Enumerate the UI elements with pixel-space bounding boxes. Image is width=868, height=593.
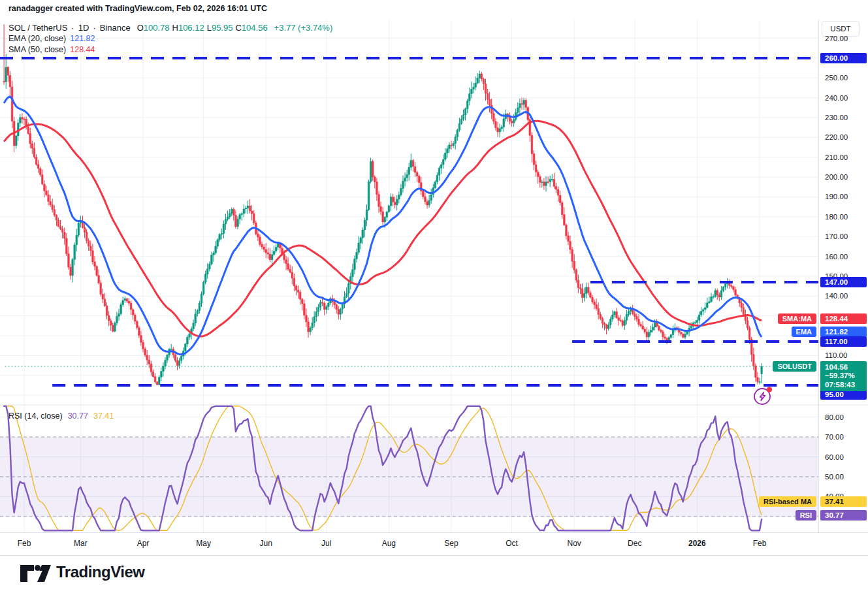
series-label-solusdt[interactable]: SOLUSDT: [773, 361, 816, 372]
ohlc-values: O100.78H106.12L95.95C104.56: [135, 23, 268, 33]
ohlc-value: 106.12: [178, 23, 204, 33]
time-axis-label: Aug: [382, 539, 396, 548]
sma-50-line[interactable]: [4, 121, 762, 336]
price-axis-label: 180.00: [825, 213, 848, 221]
price-axis-label: 220.00: [825, 133, 848, 141]
symbol-legend-row[interactable]: SOL / TetherUS · 1D · Binance O100.78H10…: [8, 22, 332, 33]
time-axis-label: Apr: [137, 539, 150, 548]
rsi-legend[interactable]: RSI (14, close) 30.7737.41: [8, 411, 119, 421]
legend-separator: ·: [71, 23, 74, 33]
flash-events-button[interactable]: [753, 386, 773, 406]
tradingview-logo-text[interactable]: TradingView: [56, 563, 144, 581]
price-axis-label: 60.00: [825, 453, 844, 461]
price-axis[interactable]: USDT 270.00250.00240.00230.00220.00210.0…: [818, 20, 868, 532]
time-axis[interactable]: FebMarAprMayJunJulAugSepOctNovDec2026Feb: [0, 532, 868, 556]
series-label-sma-ma[interactable]: SMA:MA: [778, 313, 816, 324]
indicator-legend-row[interactable]: SMA (50, close)128.44: [8, 44, 332, 55]
price-axis-label: 80.00: [825, 413, 844, 421]
time-axis-label: Feb: [753, 539, 767, 548]
legend-separator: ·: [93, 23, 95, 33]
time-axis-label: Sep: [444, 539, 458, 548]
indicator-label: EMA (20, close): [8, 34, 66, 43]
price-axis-label: 160.00: [825, 253, 848, 261]
series-label-rsi-based-ma[interactable]: RSI-based MA: [759, 496, 816, 507]
time-axis-label: 2026: [688, 539, 706, 548]
indicator-value: 128.44: [70, 45, 95, 54]
price-axis-label: 190.00: [825, 193, 848, 200]
chart-canvas[interactable]: [0, 0, 868, 555]
ohlc-key: H: [172, 23, 178, 33]
time-axis-label: Feb: [18, 539, 31, 548]
ohlc-value: 95.95: [212, 23, 233, 33]
daily-change: +3.77 (+3.74%): [274, 23, 333, 33]
time-axis-label: Dec: [628, 539, 641, 548]
symbol-title[interactable]: SOL / TetherUS: [8, 23, 67, 33]
price-axis-label: 230.00: [825, 114, 848, 121]
symbol-exchange: Binance: [100, 23, 131, 33]
indicator-legend-rows: EMA (20, close)121.82SMA (50, close)128.…: [8, 33, 332, 55]
price-axis-label: 140.00: [825, 292, 848, 300]
price-axis-badge: 37.41: [820, 496, 867, 507]
price-axis-label: 250.00: [825, 74, 848, 82]
price-axis-label: 200.00: [825, 173, 848, 181]
price-axis-label: 110.00: [825, 351, 847, 359]
rsi-legend-value: 30.77: [68, 411, 88, 421]
time-axis-label: Mar: [74, 539, 88, 548]
ohlc-key: C: [235, 23, 241, 33]
current-price-badge: 104.56−59.37%07:58:43: [820, 361, 867, 392]
ohlc-value: 100.78: [144, 23, 170, 33]
time-axis-label: Oct: [506, 539, 518, 548]
time-axis-label: Nov: [568, 539, 581, 548]
ohlc-key: L: [207, 23, 212, 33]
price-axis-badge: 117.00: [820, 336, 867, 347]
ohlc-key: O: [137, 23, 144, 33]
symbol-legend: SOL / TetherUS · 1D · Binance O100.78H10…: [8, 22, 332, 55]
indicator-label: SMA (50, close): [8, 45, 66, 54]
series-label-rsi[interactable]: RSI: [796, 510, 816, 521]
flash-icon: [753, 386, 773, 406]
tradingview-logo-icon: [20, 563, 56, 585]
time-axis-label: May: [196, 539, 211, 548]
price-axis-badge: 121.82: [820, 327, 867, 337]
rsi-legend-value: 37.41: [93, 411, 114, 421]
symbol-interval[interactable]: 1D: [78, 23, 89, 33]
price-axis-badge: 128.44: [820, 313, 867, 324]
indicator-legend-row[interactable]: EMA (20, close)121.82: [8, 33, 332, 44]
price-axis-badge: 30.77: [820, 510, 867, 521]
rsi-legend-label: RSI (14, close): [8, 411, 63, 421]
notification-dot: [767, 387, 772, 393]
price-axis-badge: 260.00: [820, 53, 867, 63]
price-axis-label: 170.00: [825, 232, 848, 240]
series-label-ema[interactable]: EMA: [792, 327, 816, 337]
rsi-legend-values: 30.7737.41: [68, 411, 120, 421]
time-axis-label: Jun: [260, 539, 272, 548]
indicator-value: 121.82: [70, 34, 95, 43]
price-axis-label: 70.00: [825, 433, 844, 441]
tradingview-chart-page: ranadagger created with TradingView.com,…: [0, 0, 868, 593]
footer: TradingView: [0, 555, 868, 593]
price-axis-label: 50.00: [825, 473, 844, 481]
price-axis-label: 240.00: [825, 94, 848, 102]
time-axis-label: Jul: [321, 539, 331, 548]
price-axis-label: 270.00: [825, 35, 848, 42]
price-axis-badge: 147.00: [820, 277, 867, 287]
price-axis-label: 210.00: [825, 153, 848, 161]
ohlc-value: 104.56: [242, 23, 268, 33]
